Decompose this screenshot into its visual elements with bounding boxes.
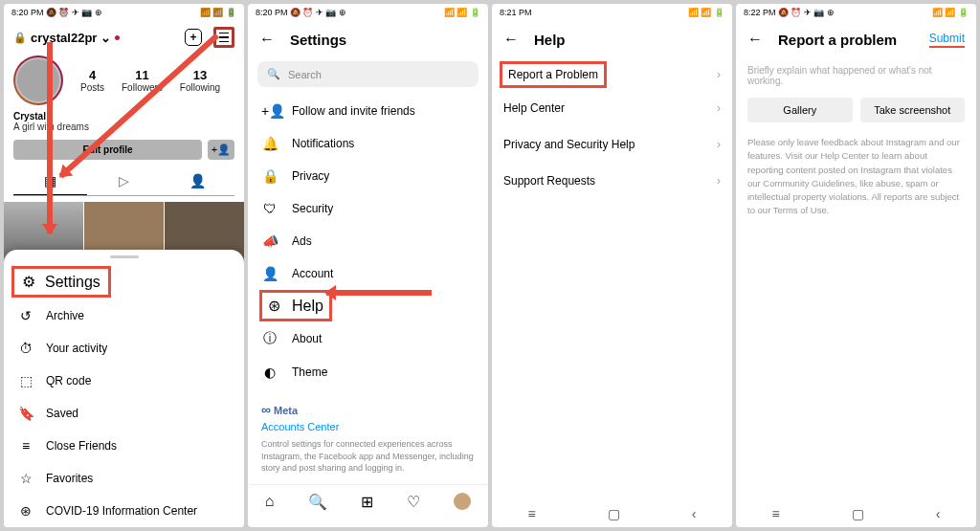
account-icon: 👤 — [261, 266, 278, 281]
bookmark-icon: 🔖 — [17, 406, 34, 421]
menu-qr[interactable]: ⬚QR code — [4, 365, 244, 397]
android-nav: ≡ ▢ ‹ — [492, 500, 732, 527]
archive-icon: ↺ — [17, 308, 34, 323]
status-time: 8:21 PM — [500, 8, 532, 17]
back-button[interactable]: ← — [747, 31, 763, 48]
menu-close-friends[interactable]: ≡Close Friends — [4, 430, 244, 462]
phone-help: 8:21 PM 📶 📶 🔋 ← Help Report a Problem › … — [492, 4, 732, 527]
status-bar: 8:21 PM 📶 📶 🔋 — [492, 4, 732, 21]
chevron-right-icon: › — [717, 68, 721, 81]
back-button[interactable]: ← — [259, 31, 275, 48]
help-center[interactable]: Help Center› — [492, 90, 732, 126]
back-button[interactable]: ‹ — [936, 506, 941, 521]
back-button[interactable]: ‹ — [448, 524, 453, 527]
phone-settings: 8:20 PM🔕 ⏰ ✈ 📷 ⊕ 📶 📶 🔋 ← Settings 🔍 Sear… — [248, 4, 488, 527]
meta-desc: Control settings for connected experienc… — [261, 438, 475, 475]
posts-stat[interactable]: 4Posts — [80, 68, 104, 93]
annotation-arrow — [47, 42, 53, 233]
help-privacy-security[interactable]: Privacy and Security Help› — [492, 126, 732, 163]
help-support-requests[interactable]: Support Requests› — [492, 163, 732, 199]
screenshot-button[interactable]: Take screenshot — [860, 98, 966, 122]
covid-icon: ⊛ — [17, 503, 34, 519]
phone-profile: 8:20 PM🔕 ⏰ ✈ 📷 ⊕ 📶 📶 🔋 🔒 crystal22pr ⌄ + — [4, 4, 244, 527]
activity-icon[interactable]: ♡ — [407, 493, 420, 511]
menu-activity[interactable]: ⏱Your activity — [4, 332, 244, 365]
tagged-tab[interactable]: 👤 — [161, 167, 234, 195]
help-report-problem[interactable]: Report a Problem — [500, 61, 607, 88]
back-button[interactable]: ← — [503, 31, 519, 48]
reels-tab[interactable]: ▷ — [87, 167, 161, 195]
following-stat[interactable]: 13Following — [180, 68, 220, 93]
menu-sheet: ⚙ Settings ↺Archive ⏱Your activity ⬚QR c… — [4, 250, 244, 527]
status-icons: 🔕 ⏰ ✈ 📷 ⊕ — [46, 8, 102, 17]
menu-saved[interactable]: 🔖Saved — [4, 397, 244, 430]
status-time: 8:22 PM — [744, 8, 776, 17]
shield-icon: 🛡 — [261, 201, 278, 216]
status-icons: 🔕 ⏰ ✈ 📷 ⊕ — [778, 8, 835, 17]
phone-report: 8:22 PM🔕 ⏰ ✈ 📷 ⊕ 📶 📶 🔋 ← Report a proble… — [736, 4, 976, 527]
menu-favorites[interactable]: ☆Favorites — [4, 462, 244, 495]
settings-theme[interactable]: ◐Theme — [254, 356, 482, 388]
activity-icon: ⏱ — [17, 341, 34, 356]
chevron-right-icon: › — [717, 138, 721, 151]
page-title: Help — [534, 32, 566, 48]
report-placeholder[interactable]: Briefly explain what happened or what's … — [736, 57, 976, 94]
report-note: Please only leave feedback about Instagr… — [736, 126, 976, 228]
gear-icon: ⚙ — [22, 273, 35, 291]
settings-account[interactable]: 👤Account — [254, 257, 482, 290]
megaphone-icon: 📣 — [261, 233, 278, 249]
gallery-button[interactable]: Gallery — [747, 98, 853, 122]
settings-privacy[interactable]: 🔒Privacy — [254, 160, 482, 192]
recents-button[interactable]: ≡ — [772, 506, 780, 521]
status-time: 8:20 PM — [11, 8, 44, 17]
profile-nav-avatar[interactable] — [454, 493, 471, 510]
page-title: Settings — [290, 32, 346, 48]
settings-label: Settings — [45, 274, 100, 291]
status-bar: 8:22 PM🔕 ⏰ ✈ 📷 ⊕ 📶 📶 🔋 — [736, 4, 976, 21]
home-icon[interactable]: ⌂ — [265, 493, 275, 510]
drag-handle[interactable] — [110, 255, 139, 258]
edit-profile-button[interactable]: Edit profile — [13, 140, 202, 160]
chevron-right-icon: › — [717, 174, 721, 188]
settings-follow[interactable]: +👤Follow and invite friends — [254, 95, 482, 127]
chevron-right-icon: › — [717, 101, 721, 115]
page-title: Report a problem — [778, 32, 897, 48]
home-button[interactable]: ▢ — [608, 506, 620, 521]
bell-icon: 🔔 — [261, 136, 278, 151]
settings-notifications[interactable]: 🔔Notifications — [254, 127, 482, 160]
chevron-down-icon: ⌄ — [100, 31, 111, 45]
menu-settings[interactable]: ⚙ Settings — [11, 266, 111, 298]
qr-icon: ⬚ — [17, 373, 34, 388]
username-switcher[interactable]: 🔒 crystal22pr ⌄ — [13, 31, 120, 45]
settings-about[interactable]: ⓘAbout — [254, 321, 482, 356]
android-nav: ≡ ▢ ‹ — [736, 500, 976, 527]
recents-button[interactable]: ≡ — [284, 524, 292, 527]
annotation-arrow — [326, 290, 432, 296]
username-text: crystal22pr — [31, 31, 97, 45]
new-post-button[interactable]: + — [185, 29, 202, 46]
accounts-center-link[interactable]: Accounts Center — [261, 421, 475, 432]
settings-ads[interactable]: 📣Ads — [254, 225, 482, 257]
lock-icon: 🔒 — [261, 168, 278, 184]
status-bar: 8:20 PM🔕 ⏰ ✈ 📷 ⊕ 📶 📶 🔋 — [248, 4, 488, 21]
person-plus-icon: +👤 — [261, 103, 278, 119]
search-input[interactable]: 🔍 Search — [257, 61, 479, 87]
back-button[interactable]: ‹ — [692, 506, 697, 521]
submit-button[interactable]: Submit — [929, 32, 965, 48]
new-post-icon[interactable]: ⊞ — [361, 493, 373, 511]
search-placeholder: Search — [288, 69, 322, 80]
home-button[interactable]: ▢ — [852, 506, 864, 521]
star-icon: ☆ — [17, 471, 34, 486]
status-icons: 🔕 ⏰ ✈ 📷 ⊕ — [290, 8, 346, 17]
recents-button[interactable]: ≡ — [528, 506, 536, 521]
info-icon: ⓘ — [261, 330, 278, 347]
theme-icon: ◐ — [261, 365, 278, 380]
notification-dot — [115, 35, 120, 40]
menu-covid[interactable]: ⊛COVID-19 Information Center — [4, 495, 244, 527]
home-button[interactable]: ▢ — [364, 524, 376, 527]
menu-archive[interactable]: ↺Archive — [4, 299, 244, 332]
profile-avatar[interactable] — [13, 55, 63, 105]
add-friend-button[interactable]: +👤 — [208, 140, 234, 160]
search-icon[interactable]: 🔍 — [308, 493, 327, 511]
settings-security[interactable]: 🛡Security — [254, 192, 482, 225]
